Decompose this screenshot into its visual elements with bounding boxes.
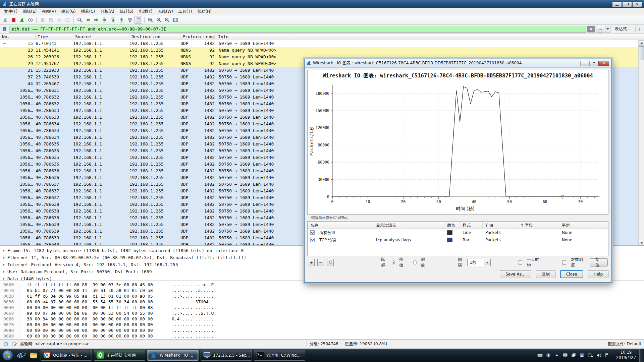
layers-icon[interactable] <box>571 352 577 358</box>
menu-item[interactable]: 跳转(G) <box>59 8 78 15</box>
show-desktop-button[interactable] <box>639 349 644 362</box>
filter-apply-button[interactable]: → <box>596 26 604 33</box>
column-header-no[interactable]: No. <box>0 34 36 40</box>
reset-button[interactable]: 复位 <box>590 258 608 266</box>
action-center-flag-icon[interactable] <box>604 352 610 358</box>
expand-triangle-icon[interactable] <box>3 249 5 252</box>
io-graph-series-row[interactable]: TCP 错误 tcp.analysis.flags Bar Packets No… <box>308 236 608 244</box>
taskbar-button-wireshark-capture[interactable]: 正在捕获 实验网 <box>94 350 145 361</box>
hex-row[interactable]: 0090 00 00 00 00 00 00 00 00 00 00 00 00… <box>0 333 644 339</box>
day-clock-checkbox[interactable] <box>519 260 522 265</box>
scroll-down-arrow[interactable] <box>639 240 644 245</box>
hex-row[interactable]: 0030 00 00 a4 07 00 00 08 00 53 54 55 30… <box>0 299 644 305</box>
copy-button[interactable]: 复制 <box>536 270 555 278</box>
help-icon[interactable]: ? <box>545 352 551 358</box>
column-header-destination[interactable]: Destination <box>129 34 180 40</box>
menu-item[interactable]: 帮助(H) <box>195 8 214 15</box>
capture-options-icon[interactable] <box>26 16 34 24</box>
expression-button[interactable]: 表达式… <box>611 26 634 32</box>
menu-item[interactable]: 捕获(C) <box>78 8 98 15</box>
filter-history-dropdown[interactable] <box>605 26 610 33</box>
expand-triangle-icon[interactable] <box>3 256 5 259</box>
zoom-in-icon[interactable] <box>147 16 154 24</box>
zoom-out-icon[interactable] <box>155 16 163 24</box>
find-packet-icon[interactable] <box>76 16 84 24</box>
io-graph-chart-panel[interactable]: Wireshark IO 图表: wireshark_C5167126-78C4… <box>307 70 608 215</box>
expand-triangle-icon[interactable] <box>3 263 5 266</box>
save-as-button[interactable]: Save As… <box>500 270 531 278</box>
menu-item[interactable]: 分析(A) <box>98 8 117 15</box>
minimize-button[interactable] <box>612 1 622 7</box>
expand-triangle-icon[interactable] <box>3 270 5 273</box>
stop-capture-icon[interactable] <box>10 16 17 24</box>
resize-columns-icon[interactable] <box>172 16 179 24</box>
hex-row[interactable]: 0050 99 00 07 3e 00 00 b8 06 00 00 53 00… <box>0 310 644 316</box>
go-back-icon[interactable] <box>84 16 92 24</box>
packet-row[interactable]: 15 6.710143 192.168.1.1 192.168.1.255 UD… <box>0 40 644 47</box>
scroll-up-arrow[interactable] <box>639 40 644 46</box>
restart-capture-icon[interactable] <box>18 16 26 24</box>
remove-graph-button[interactable]: − <box>317 259 324 266</box>
menu-item[interactable]: 无线(W) <box>155 8 175 15</box>
taskbar-button-wireshark-io[interactable]: Wireshark · IO … <box>147 350 199 361</box>
hex-row[interactable]: 0040 00 00 00 00 00 00 00 00 00 00 ff ff… <box>0 305 644 310</box>
series-enabled-checkbox[interactable] <box>310 238 315 242</box>
close-button[interactable]: × <box>632 1 642 7</box>
menu-item[interactable]: 文件(F) <box>1 8 20 15</box>
hidden-icons-icon[interactable] <box>554 352 560 358</box>
restore-button[interactable] <box>622 1 632 7</box>
zoom-label[interactable]: 缩放 <box>421 257 428 268</box>
keyboard-icon[interactable] <box>537 352 543 358</box>
hex-row[interactable]: 0000 ff ff ff ff ff ff 00 88 99 00 07 3e… <box>0 282 644 288</box>
hex-row[interactable]: 0070 00 00 00 00 00 00 00 00 00 00 00 00… <box>0 322 644 327</box>
zoom-reset-icon[interactable] <box>163 16 171 24</box>
taskbar-button-cmd[interactable]: 管理员: C:\Wind… <box>254 350 305 361</box>
taskbar-clock[interactable]: 10:19 2019/4/27 <box>613 350 639 360</box>
taskbar-button-chrome[interactable]: QQ邮箱 - 写信 - … <box>41 350 92 361</box>
mouse-drag-radio[interactable] <box>392 260 395 264</box>
column-header-source[interactable]: Source <box>73 34 129 40</box>
dialog-minimize-button[interactable] <box>580 61 589 66</box>
menu-item[interactable]: 统计(S) <box>117 8 136 15</box>
expand-triangle-icon[interactable] <box>3 278 5 280</box>
mouse-zoom-radio[interactable] <box>413 260 417 264</box>
series-color-swatch[interactable] <box>447 230 452 235</box>
network-icon[interactable] <box>587 352 593 358</box>
main-titlebar[interactable]: 正在捕获 实验网 × <box>0 0 644 8</box>
volume-icon[interactable] <box>596 352 602 358</box>
hex-row[interactable]: 0020 01 ff c6 3e 06 99 05 a8 c1 13 01 01… <box>0 293 644 299</box>
hex-row[interactable]: 0080 00 00 00 00 00 00 00 00 00 00 00 00… <box>0 327 644 333</box>
reload-icon[interactable] <box>64 16 71 24</box>
start-button[interactable] <box>0 349 15 362</box>
menu-item[interactable]: 编辑(E) <box>20 8 39 15</box>
dialog-maximize-button[interactable] <box>589 61 598 66</box>
add-graph-button[interactable]: + <box>308 259 315 266</box>
explorer-folder-icon[interactable] <box>28 349 40 362</box>
profile-label[interactable]: 配置文件: Default <box>608 341 641 347</box>
expert-info-icon[interactable] <box>3 341 9 347</box>
ime-icon[interactable] <box>579 352 585 358</box>
go-forward-icon[interactable] <box>93 16 100 24</box>
display-filter-input[interactable]: eth.dst == FF-FF-FF-FF-FF-FF and eth.src… <box>9 26 586 33</box>
menu-item[interactable]: 电话(Y) <box>136 8 155 15</box>
filter-bookmark-icon[interactable] <box>1 26 8 32</box>
close-file-icon[interactable] <box>55 16 63 24</box>
hex-row[interactable]: 0060 30 00 34 00 00 00 00 00 00 00 00 00… <box>0 316 644 322</box>
duplicate-graph-button[interactable] <box>327 259 334 266</box>
column-header-time[interactable]: Time <box>36 34 73 40</box>
packet-list-scrollbar[interactable] <box>638 40 644 245</box>
packet-row[interactable]: 23 11.454141 192.168.1.1 192.168.1.255 N… <box>0 47 644 54</box>
hex-row[interactable]: 0010 05 bc 07 7f 00 00 80 11 a9 61 c0 a8… <box>0 288 644 293</box>
go-bottom-icon[interactable] <box>118 16 125 24</box>
add-filter-button[interactable]: + <box>635 26 643 32</box>
capture-comment-icon[interactable] <box>11 341 17 347</box>
save-file-icon[interactable] <box>47 16 55 24</box>
io-graph-titlebar[interactable]: Wireshark · IO 图表 · wireshark_C5167126-7… <box>305 59 611 68</box>
taskbar-button-securecrt[interactable]: 172.16.2.5 - Sec… <box>201 350 252 361</box>
colorize-icon[interactable] <box>135 16 142 24</box>
day-clock-label[interactable]: 一天时钟 <box>527 257 540 268</box>
auto-scroll-icon[interactable] <box>126 16 134 24</box>
open-file-icon[interactable] <box>39 16 46 24</box>
series-color-swatch[interactable] <box>447 238 452 242</box>
menu-item[interactable]: 工具(T) <box>176 8 195 15</box>
